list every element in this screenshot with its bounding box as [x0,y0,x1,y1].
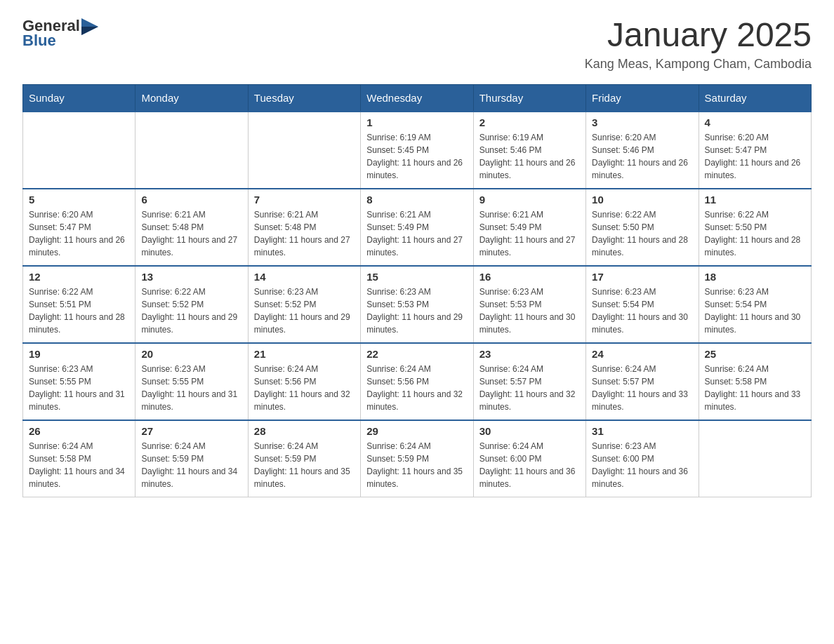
day-number: 28 [254,425,355,437]
day-number: 16 [479,271,580,283]
calendar-cell: 22Sunrise: 6:24 AMSunset: 5:56 PMDayligh… [361,343,473,420]
weekday-header-wednesday: Wednesday [361,84,473,112]
calendar-cell: 13Sunrise: 6:22 AMSunset: 5:52 PMDayligh… [135,266,248,343]
day-info: Sunrise: 6:23 AMSunset: 6:00 PMDaylight:… [592,440,692,490]
week-row-3: 12Sunrise: 6:22 AMSunset: 5:51 PMDayligh… [23,266,812,343]
day-number: 24 [592,348,692,360]
calendar-cell [248,112,360,189]
day-info: Sunrise: 6:19 AMSunset: 5:46 PMDaylight:… [479,131,580,182]
calendar-cell: 25Sunrise: 6:24 AMSunset: 5:58 PMDayligh… [699,343,811,420]
day-info: Sunrise: 6:23 AMSunset: 5:55 PMDaylight:… [29,363,129,413]
calendar-cell: 8Sunrise: 6:21 AMSunset: 5:49 PMDaylight… [361,189,473,266]
day-info: Sunrise: 6:24 AMSunset: 5:59 PMDaylight:… [141,440,241,490]
day-info: Sunrise: 6:21 AMSunset: 5:49 PMDaylight:… [366,208,467,259]
logo-container: General Blue [22,17,98,49]
calendar-cell: 23Sunrise: 6:24 AMSunset: 5:57 PMDayligh… [473,343,585,420]
day-number: 15 [366,271,467,283]
calendar-cell [23,112,135,189]
weekday-header-monday: Monday [135,84,248,112]
calendar-cell: 5Sunrise: 6:20 AMSunset: 5:47 PMDaylight… [23,189,135,266]
calendar-cell: 7Sunrise: 6:21 AMSunset: 5:48 PMDaylight… [248,189,360,266]
day-info: Sunrise: 6:22 AMSunset: 5:51 PMDaylight:… [29,286,129,336]
day-number: 3 [592,116,692,128]
week-row-4: 19Sunrise: 6:23 AMSunset: 5:55 PMDayligh… [23,343,812,420]
day-number: 2 [479,116,580,128]
day-number: 6 [141,194,241,206]
calendar-cell [135,112,248,189]
day-number: 17 [592,271,692,283]
weekday-header-thursday: Thursday [473,84,585,112]
day-info: Sunrise: 6:23 AMSunset: 5:53 PMDaylight:… [479,286,580,336]
day-number: 7 [254,194,355,206]
day-info: Sunrise: 6:24 AMSunset: 5:56 PMDaylight:… [254,363,355,413]
day-info: Sunrise: 6:24 AMSunset: 5:58 PMDaylight:… [705,363,805,413]
day-info: Sunrise: 6:22 AMSunset: 5:50 PMDaylight:… [592,208,692,259]
day-info: Sunrise: 6:24 AMSunset: 5:57 PMDaylight:… [592,363,692,413]
weekday-header-sunday: Sunday [23,84,135,112]
logo-triangle-icon [81,18,98,35]
day-info: Sunrise: 6:23 AMSunset: 5:54 PMDaylight:… [592,286,692,336]
calendar-cell: 6Sunrise: 6:21 AMSunset: 5:48 PMDaylight… [135,189,248,266]
day-info: Sunrise: 6:23 AMSunset: 5:52 PMDaylight:… [254,286,355,336]
day-number: 25 [705,348,805,360]
day-info: Sunrise: 6:19 AMSunset: 5:45 PMDaylight:… [366,131,467,182]
day-number: 31 [592,425,692,437]
day-info: Sunrise: 6:24 AMSunset: 5:58 PMDaylight:… [29,440,129,490]
day-info: Sunrise: 6:23 AMSunset: 5:53 PMDaylight:… [366,286,467,336]
day-number: 21 [254,348,355,360]
weekday-header-friday: Friday [586,84,699,112]
day-number: 14 [254,271,355,283]
day-info: Sunrise: 6:21 AMSunset: 5:49 PMDaylight:… [479,208,580,259]
day-info: Sunrise: 6:22 AMSunset: 5:50 PMDaylight:… [705,208,805,259]
day-info: Sunrise: 6:20 AMSunset: 5:47 PMDaylight:… [29,208,129,259]
calendar-cell [699,420,811,497]
page-title: January 2025 [585,17,812,54]
calendar-cell: 10Sunrise: 6:22 AMSunset: 5:50 PMDayligh… [586,189,699,266]
calendar-cell: 12Sunrise: 6:22 AMSunset: 5:51 PMDayligh… [23,266,135,343]
weekday-header-row: SundayMondayTuesdayWednesdayThursdayFrid… [23,84,812,112]
calendar-cell: 9Sunrise: 6:21 AMSunset: 5:49 PMDaylight… [473,189,585,266]
day-number: 30 [479,425,580,437]
day-number: 5 [29,194,129,206]
calendar-cell: 2Sunrise: 6:19 AMSunset: 5:46 PMDaylight… [473,112,585,189]
calendar-cell: 20Sunrise: 6:23 AMSunset: 5:55 PMDayligh… [135,343,248,420]
calendar-cell: 27Sunrise: 6:24 AMSunset: 5:59 PMDayligh… [135,420,248,497]
calendar-cell: 24Sunrise: 6:24 AMSunset: 5:57 PMDayligh… [586,343,699,420]
day-number: 18 [705,271,805,283]
logo-blue: Blue [22,32,56,49]
week-row-5: 26Sunrise: 6:24 AMSunset: 5:58 PMDayligh… [23,420,812,497]
subtitle: Kang Meas, Kampong Cham, Cambodia [585,57,812,72]
day-info: Sunrise: 6:23 AMSunset: 5:54 PMDaylight:… [705,286,805,336]
day-number: 22 [366,348,467,360]
day-number: 19 [29,348,129,360]
calendar-cell: 4Sunrise: 6:20 AMSunset: 5:47 PMDaylight… [699,112,811,189]
calendar-cell: 17Sunrise: 6:23 AMSunset: 5:54 PMDayligh… [586,266,699,343]
day-number: 12 [29,271,129,283]
calendar-cell: 31Sunrise: 6:23 AMSunset: 6:00 PMDayligh… [586,420,699,497]
day-info: Sunrise: 6:21 AMSunset: 5:48 PMDaylight:… [254,208,355,259]
day-info: Sunrise: 6:20 AMSunset: 5:46 PMDaylight:… [592,131,692,182]
day-info: Sunrise: 6:24 AMSunset: 6:00 PMDaylight:… [479,440,580,490]
calendar-cell: 18Sunrise: 6:23 AMSunset: 5:54 PMDayligh… [699,266,811,343]
calendar-cell: 28Sunrise: 6:24 AMSunset: 5:59 PMDayligh… [248,420,360,497]
day-number: 29 [366,425,467,437]
title-area: January 2025 Kang Meas, Kampong Cham, Ca… [585,17,812,72]
calendar-cell: 1Sunrise: 6:19 AMSunset: 5:45 PMDaylight… [361,112,473,189]
calendar-cell: 26Sunrise: 6:24 AMSunset: 5:58 PMDayligh… [23,420,135,497]
day-number: 26 [29,425,129,437]
day-info: Sunrise: 6:23 AMSunset: 5:55 PMDaylight:… [141,363,241,413]
calendar-cell: 21Sunrise: 6:24 AMSunset: 5:56 PMDayligh… [248,343,360,420]
calendar-cell: 15Sunrise: 6:23 AMSunset: 5:53 PMDayligh… [361,266,473,343]
header: General Blue January 2025 Kang Meas, Kam… [22,17,812,72]
calendar-cell: 11Sunrise: 6:22 AMSunset: 5:50 PMDayligh… [699,189,811,266]
day-number: 9 [479,194,580,206]
calendar-cell: 3Sunrise: 6:20 AMSunset: 5:46 PMDaylight… [586,112,699,189]
svg-marker-1 [81,27,98,35]
calendar-cell: 19Sunrise: 6:23 AMSunset: 5:55 PMDayligh… [23,343,135,420]
day-info: Sunrise: 6:24 AMSunset: 5:57 PMDaylight:… [479,363,580,413]
day-number: 27 [141,425,241,437]
day-number: 13 [141,271,241,283]
calendar-cell: 29Sunrise: 6:24 AMSunset: 5:59 PMDayligh… [361,420,473,497]
week-row-1: 1Sunrise: 6:19 AMSunset: 5:45 PMDaylight… [23,112,812,189]
day-number: 10 [592,194,692,206]
